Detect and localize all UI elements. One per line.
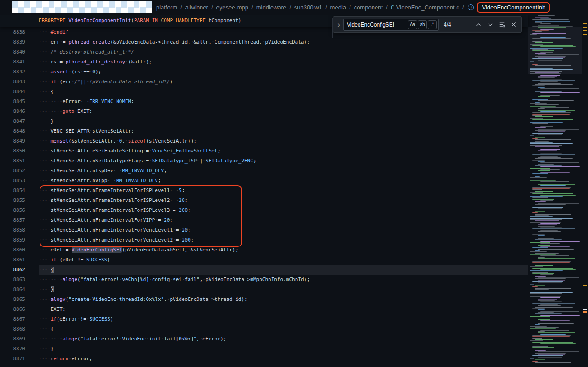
line-number[interactable]: 8845 [0,97,25,107]
line-number[interactable]: 8855 [0,196,25,206]
minimap-line [540,301,562,302]
line-number[interactable]: 8856 [0,206,25,215]
code-line[interactable]: 8865····alogv("create·VideoEnc·threadId:… [0,295,528,304]
line-number[interactable]: 8854 [0,186,25,196]
breadcrumb-item[interactable]: eyesee-mpp [216,4,249,11]
code-line[interactable]: 8853····stVencSeiAttr.nVipp·=·MM_INVALID… [0,176,528,186]
code-line[interactable]: 8840····/*·destroy·pthread_attr_t·*/ [0,47,528,57]
code-line[interactable]: 8844····{ [0,87,528,97]
minimap-line [540,200,553,201]
line-number[interactable]: 8862 [0,265,25,275]
breadcrumb-item[interactable]: allwinner [185,4,208,11]
line-number[interactable]: 8871 [0,354,25,364]
match-case-button[interactable]: Aa [408,20,417,29]
code-line[interactable]: 8841····rs·=·pthread_attr_destroy·(&attr… [0,57,528,67]
line-number[interactable]: 8843 [0,77,25,87]
code-line[interactable]: 8862····{ [0,265,528,275]
code-line[interactable]: 8856····stVencSeiAttr.nFrameIntervalForI… [0,206,528,215]
line-number[interactable]: 8844 [0,87,25,97]
code-line[interactable]: 8867····if(eError·!=·SUCCESS) [0,314,528,324]
line-number[interactable]: 8849 [0,136,25,146]
previous-match-button[interactable] [473,19,484,30]
code-line[interactable]: 8851····stVencSeiAttr.nSeiDataTypeFlags·… [0,156,528,166]
breadcrumb-item[interactable]: platform [156,4,177,11]
line-number[interactable]: 8840 [0,47,25,57]
code-line-text: ····stVencSeiAttr.nIspDev·=·MM_INVALID_D… [39,166,528,176]
code-line[interactable]: 8860····eRet·=·VideoEncConfigSEI(pVideoE… [0,245,528,255]
minimap-line [532,281,563,282]
find-input[interactable] [347,22,407,28]
code-line-text: ····stVencSeiAttr.eSeiEnableSetting·=·Ve… [39,146,528,156]
line-number[interactable]: 8861 [0,255,25,265]
code-line[interactable]: 8847····} [0,116,528,126]
code-line[interactable]: 8864····} [0,285,528,295]
line-number[interactable]: 8839 [0,37,25,47]
breadcrumb-item[interactable]: sun300iw1 [294,4,322,11]
next-match-button[interactable] [485,19,495,30]
line-number[interactable]: 8865 [0,295,25,304]
line-number[interactable]: 8870 [0,344,25,354]
find-widget-sash[interactable] [332,18,333,38]
line-number[interactable]: 8860 [0,245,25,255]
code-line[interactable]: 8854····stVencSeiAttr.nFrameIntervalForI… [0,186,528,196]
code-line[interactable]: 8857····stVencSeiAttr.nFrameIntervalForV… [0,215,528,225]
code-line[interactable]: 8849····memset(&stVencSeiAttr,·0,·sizeof… [0,136,528,146]
minimap-line [535,22,542,23]
code-line[interactable]: 8843····if·(err·/*||·!pVideoEncData->thr… [0,77,528,87]
line-number[interactable]: 8851 [0,156,25,166]
line-number[interactable]: 8866 [0,304,25,314]
code-line[interactable]: 8839····err·=·pthread_create(&pVideoEncD… [0,37,528,47]
code-line[interactable]: 8869········aloge("fatal·error!·VideoEnc… [0,334,528,344]
code-line[interactable]: 8863········aloge("fatal·error!·veChn[%d… [0,275,528,285]
line-number[interactable]: 8850 [0,146,25,156]
close-find-button[interactable] [508,19,519,30]
code-line[interactable]: 8871····return·eError; [0,354,528,364]
code-line[interactable]: 8861····if·(eRet·!=·SUCCESS) [0,255,528,265]
code-line[interactable]: 8850····stVencSeiAttr.eSeiEnableSetting·… [0,146,528,156]
toggle-replace-chevron-icon[interactable]: › [335,20,342,29]
line-number[interactable]: 8858 [0,225,25,235]
breadcrumb-file[interactable]: VideoEnc_Component.c [396,4,459,11]
code-line[interactable]: 8866····EXIT:· [0,304,528,314]
code-line[interactable]: 8848····VENC_SEI_ATTR·stVencSeiAttr; [0,126,528,136]
code-line-text: ····err·=·pthread_create(&pVideoEncData-… [39,37,528,47]
code-line[interactable]: 8846········goto·EXIT; [0,107,528,116]
line-number[interactable]: 8846 [0,107,25,116]
line-number[interactable]: 8838 [0,27,25,37]
code-line[interactable]: 8842····assert·(rs·==·0); [0,67,528,77]
minimap-line [535,17,549,18]
line-number[interactable]: 8847 [0,116,25,126]
breadcrumb-item[interactable]: media [330,4,346,11]
line-number[interactable]: 8859 [0,235,25,245]
line-number[interactable]: 8869 [0,334,25,344]
minimap-line [532,272,548,273]
breadcrumb-symbol[interactable]: VideoEncComponentInit [477,2,550,13]
find-in-selection-button[interactable] [497,19,507,30]
line-number[interactable]: 8842 [0,67,25,77]
code-line[interactable]: 8870····} [0,344,528,354]
regex-button[interactable]: .* [428,20,437,29]
code-line[interactable]: 8852····stVencSeiAttr.nIspDev·=·MM_INVAL… [0,166,528,176]
minimap-line [535,353,566,354]
line-number[interactable]: 8852 [0,166,25,176]
minimap[interactable] [528,15,582,367]
breadcrumb-item[interactable]: component [354,4,383,11]
code-line[interactable]: 8855····stVencSeiAttr.nFrameIntervalForI… [0,196,528,206]
code-line[interactable]: 8845········eError·=·ERR_VENC_NOMEM; [0,97,528,107]
line-number[interactable]: 8867 [0,314,25,324]
line-number[interactable]: 8848 [0,126,25,136]
whole-word-button[interactable]: ab [418,20,427,29]
code-line[interactable]: 8859····stVencSeiAttr.nFrameIntervalForV… [0,235,528,245]
minimap-line [530,177,547,178]
overview-ruler[interactable] [582,15,588,367]
code-line[interactable]: 8868····{ [0,324,528,334]
minimap-line [538,235,545,236]
line-number[interactable]: 8853 [0,176,25,186]
line-number[interactable]: 8857 [0,215,25,225]
line-number[interactable]: 8868 [0,324,25,334]
line-number[interactable]: 8863 [0,275,25,285]
code-line[interactable]: 8858····stVencSeiAttr.nFrameIntervalForV… [0,225,528,235]
line-number[interactable]: 8841 [0,57,25,67]
line-number[interactable]: 8864 [0,285,25,295]
breadcrumb-item[interactable]: middleware [256,4,286,11]
